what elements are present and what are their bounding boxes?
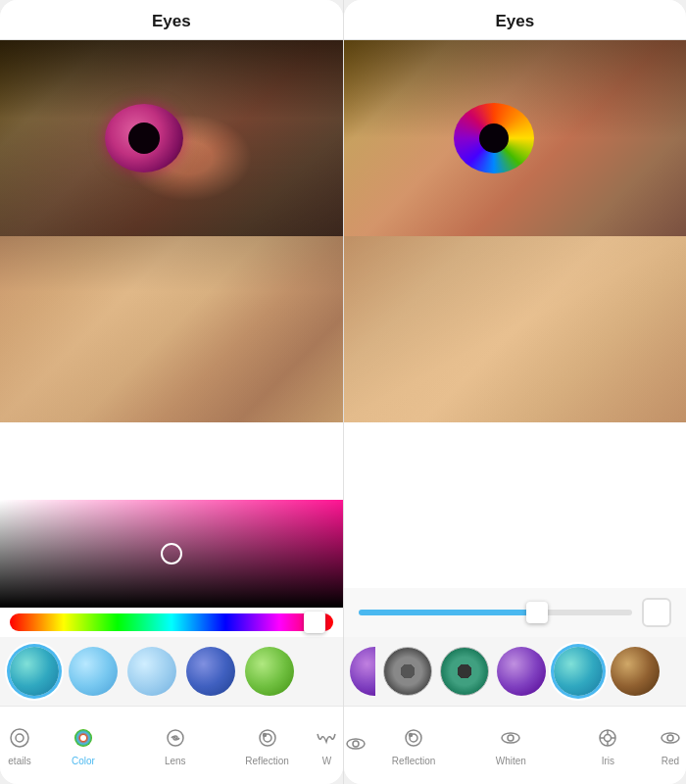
nav-item-color[interactable]: Color <box>37 716 129 774</box>
whiten-icon <box>497 724 524 752</box>
right-skin <box>344 236 687 422</box>
nav-item-details-partial[interactable]: etails <box>2 716 37 774</box>
swatch-partial[interactable] <box>350 647 375 696</box>
nav-label-reflection-right: Reflection <box>392 756 435 766</box>
color-gradient[interactable] <box>0 500 343 608</box>
nav-label-reflection: Reflection <box>245 756 288 766</box>
swatch-teal-outline[interactable] <box>440 647 489 696</box>
svg-point-13 <box>410 734 413 737</box>
nav-label-whiten: Whiten <box>496 756 526 766</box>
right-eye-photo <box>344 40 687 588</box>
left-panel: Eyes <box>0 0 343 784</box>
nav-label-w: W <box>322 756 331 766</box>
swatch-teal[interactable] <box>10 647 59 696</box>
svg-point-8 <box>263 734 266 737</box>
right-eye-bg <box>344 40 687 236</box>
slider-end-box[interactable] <box>642 598 671 627</box>
hue-slider[interactable] <box>10 613 333 631</box>
red-icon <box>657 724 684 752</box>
iris-icon <box>594 724 621 752</box>
nav-item-w-partial[interactable]: W <box>313 716 340 774</box>
color-icon <box>70 724 97 752</box>
nav-label-details: etails <box>8 756 30 766</box>
svg-point-3 <box>80 735 86 741</box>
left-iris <box>105 104 183 172</box>
nav-label-lens: Lens <box>165 756 186 766</box>
svg-point-0 <box>11 729 28 747</box>
left-bottom-nav: etails Color <box>0 706 343 784</box>
svg-point-23 <box>667 735 673 741</box>
right-swatches-row <box>344 637 687 706</box>
w-icon <box>313 724 340 752</box>
swatch-dark-blue[interactable] <box>186 647 235 696</box>
hue-slider-thumb[interactable] <box>304 612 325 633</box>
swatch-teal-active[interactable] <box>554 647 603 696</box>
left-eye-photo <box>0 40 343 500</box>
nav-item-partial-left[interactable] <box>346 722 366 769</box>
right-slider-area <box>344 588 687 637</box>
left-title: Eyes <box>152 12 191 30</box>
nav-item-lens[interactable]: Lens <box>129 716 221 774</box>
swatch-light-blue[interactable] <box>69 647 118 696</box>
nav-item-whiten[interactable]: Whiten <box>463 716 560 774</box>
nav-item-iris[interactable]: Iris <box>560 716 657 774</box>
right-slider-track[interactable] <box>359 610 633 615</box>
nav-item-reflection[interactable]: Reflection <box>221 716 314 774</box>
reflection-icon <box>254 724 281 752</box>
reflection-icon-right <box>400 724 427 752</box>
svg-point-17 <box>605 735 612 742</box>
svg-point-10 <box>353 741 359 747</box>
color-picker[interactable] <box>0 500 343 637</box>
nav-label-red: Red <box>662 756 679 766</box>
swatch-purple[interactable] <box>497 647 546 696</box>
swatch-pale-blue[interactable] <box>127 647 176 696</box>
svg-point-15 <box>508 735 514 741</box>
svg-point-6 <box>260 730 275 746</box>
right-panel: Eyes <box>344 0 687 784</box>
right-title: Eyes <box>495 12 534 30</box>
partial-icon <box>346 730 366 758</box>
swatch-green[interactable] <box>245 647 294 696</box>
lens-icon <box>162 724 189 752</box>
nav-label-color: Color <box>72 756 95 766</box>
right-slider-thumb[interactable] <box>526 602 548 623</box>
swatch-natural[interactable] <box>611 647 660 696</box>
right-bottom-nav: Reflection Whiten <box>344 706 687 784</box>
left-header: Eyes <box>0 0 343 40</box>
details-icon <box>6 724 33 752</box>
svg-point-11 <box>406 730 421 746</box>
left-swatches-row <box>0 637 343 706</box>
color-picker-handle[interactable] <box>161 543 182 564</box>
swatch-gray-outline[interactable] <box>383 647 432 696</box>
right-header: Eyes <box>344 0 687 40</box>
nav-item-red-partial[interactable]: Red <box>657 716 684 774</box>
svg-point-1 <box>16 734 24 742</box>
nav-item-reflection-right[interactable]: Reflection <box>366 716 463 774</box>
left-skin <box>0 236 343 422</box>
right-iris <box>454 103 534 173</box>
left-eye-bg <box>0 40 343 236</box>
nav-label-iris: Iris <box>602 756 614 766</box>
